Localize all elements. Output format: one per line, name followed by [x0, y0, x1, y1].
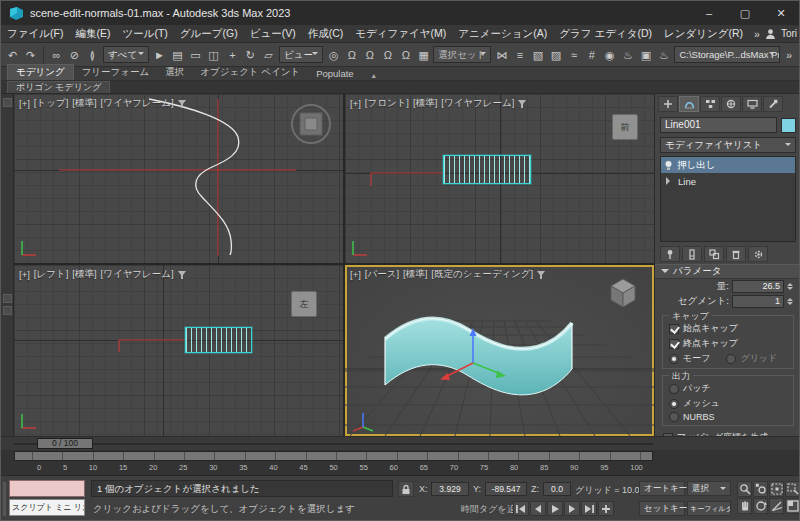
curve-editor-button[interactable]: ≈	[565, 45, 582, 65]
amount-spinner[interactable]	[787, 283, 793, 290]
viewport-style-menu[interactable]: [標準]	[403, 268, 427, 281]
ribbon-tab-selection[interactable]: 選択	[157, 65, 192, 80]
named-selection-set-dropdown[interactable]: 選択セット	[433, 46, 491, 63]
previous-frame-button[interactable]	[530, 501, 546, 516]
ribbon-panel-polygon-modeling[interactable]: ポリゴン モデリング	[7, 81, 110, 93]
next-frame-button[interactable]	[564, 501, 580, 516]
signed-in-user[interactable]: Tori iPentec	[781, 28, 800, 39]
cap-start-checkbox[interactable]	[669, 324, 679, 334]
amount-field[interactable]: 26.5	[732, 280, 784, 293]
pin-stack-button[interactable]	[660, 246, 680, 262]
set-key-mode-button[interactable]	[598, 501, 614, 516]
menu-item[interactable]: レンダリング(R)	[658, 27, 749, 41]
pan-icon[interactable]	[737, 498, 752, 514]
go-to-start-button[interactable]	[513, 501, 529, 516]
menu-item[interactable]: グラフ エディタ(D)	[553, 27, 658, 41]
object-color-swatch[interactable]	[781, 118, 796, 133]
select-by-name-button[interactable]: ▤	[169, 45, 186, 65]
reference-coordinate-dropdown[interactable]: ビュー	[279, 46, 323, 63]
selection-filter-dropdown[interactable]: すべて	[103, 46, 149, 63]
select-and-rotate-button[interactable]: ↻	[242, 45, 259, 65]
z-coordinate-field[interactable]: 0.0	[543, 482, 571, 496]
set-key-button[interactable]: セットキー	[639, 501, 685, 516]
viewport-top[interactable]: [+] [トップ] [標準] [ワイヤフレーム]	[14, 94, 343, 263]
select-and-scale-button[interactable]: ▱	[260, 45, 277, 65]
viewport-general-menu[interactable]: [+]	[350, 269, 361, 280]
tab-modify[interactable]	[679, 96, 699, 112]
per-view-filter-icon[interactable]	[178, 100, 186, 108]
per-view-filter-icon[interactable]	[537, 271, 545, 279]
tab-motion[interactable]	[721, 96, 741, 112]
menu-overflow-button[interactable]: »	[749, 28, 765, 40]
select-and-link-button[interactable]: ∞	[48, 45, 65, 65]
angle-snap-button[interactable]: Ω	[361, 45, 378, 65]
viewcube[interactable]	[289, 102, 333, 146]
segments-field[interactable]: 1	[732, 295, 784, 308]
extruded-shape-front[interactable]	[443, 155, 531, 184]
orbit-icon[interactable]	[753, 498, 768, 514]
rendered-frame-button[interactable]: ▣	[637, 45, 654, 65]
viewport-perspective-active[interactable]: [+] [パース] [標準] [既定のシェーディング]	[345, 265, 654, 436]
per-view-filter-icon[interactable]	[518, 100, 526, 108]
menu-item[interactable]: ビュー(V)	[244, 27, 302, 41]
go-to-end-button[interactable]	[581, 501, 597, 516]
ribbon-tab-freeform[interactable]: フリーフォーム	[74, 65, 158, 80]
align-button[interactable]: ≡	[511, 45, 528, 65]
bind-to-space-warp-button[interactable]: ≬	[84, 45, 101, 65]
viewport-pov-menu[interactable]: [パース]	[365, 268, 399, 281]
viewport-general-menu[interactable]: [+]	[19, 269, 30, 280]
show-end-result-button[interactable]	[682, 246, 702, 262]
render-button[interactable]: ♨	[655, 45, 672, 65]
tab-display[interactable]	[742, 96, 762, 112]
object-name-field[interactable]: Line001	[660, 117, 777, 133]
viewport-style-menu[interactable]: [標準]	[413, 97, 437, 110]
zoom-region-icon[interactable]	[785, 481, 800, 497]
ribbon-tab-populate[interactable]: Populate	[308, 67, 362, 80]
select-and-move-button[interactable]: +	[224, 45, 241, 65]
menu-item[interactable]: ファイル(F)	[1, 27, 69, 41]
menu-item[interactable]: 作成(C)	[302, 27, 350, 41]
use-pivot-center-button[interactable]: ◎	[325, 45, 342, 65]
extruded-shape-left[interactable]	[185, 327, 252, 353]
key-selected-dropdown[interactable]: 選択	[687, 481, 731, 496]
play-button[interactable]	[547, 501, 563, 516]
layer-explorer-button[interactable]: ▨	[547, 45, 564, 65]
window-crossing-button[interactable]: ◫	[205, 45, 222, 65]
viewport-shading-menu[interactable]: [既定のシェーディング]	[431, 268, 533, 281]
field-of-view-icon[interactable]	[769, 498, 784, 514]
x-coordinate-field[interactable]: 3.929	[431, 482, 469, 496]
nurbs-radio[interactable]	[669, 412, 679, 422]
viewport-left[interactable]: 左 [+] [レフト] [標準] [ワイヤフレーム]	[14, 265, 343, 436]
select-object-button[interactable]: ►	[151, 45, 168, 65]
viewport-front[interactable]: 前 [+] [フロント] [標準] [ワイヤフレーム]	[345, 94, 654, 263]
track-bar-ticks[interactable]	[14, 451, 653, 461]
y-coordinate-field[interactable]: -89.547	[485, 482, 527, 496]
menu-item[interactable]: アニメーション(A)	[452, 27, 553, 41]
time-slider-track[interactable]	[14, 443, 653, 445]
render-setup-button[interactable]: ♨	[619, 45, 636, 65]
tab-hierarchy[interactable]	[700, 96, 720, 112]
tab-utilities[interactable]	[763, 96, 783, 112]
morph-radio[interactable]	[669, 354, 679, 364]
maximize-button[interactable]: ▢	[727, 1, 763, 25]
parameters-rollout-header[interactable]: パラメータ	[655, 264, 800, 279]
segments-spinner[interactable]	[787, 298, 793, 305]
project-folder-dropdown[interactable]: C:\Storage\P...dsMax Project	[674, 46, 779, 63]
cap-end-checkbox[interactable]	[669, 339, 679, 349]
modifier-stack-item-line[interactable]: Line	[661, 173, 795, 189]
zoom-icon[interactable]	[737, 481, 752, 497]
viewport-layout-tab-icon[interactable]	[3, 294, 12, 303]
viewport-pov-menu[interactable]: [レフト]	[34, 268, 68, 281]
mirror-button[interactable]: ⋈	[493, 45, 510, 65]
material-editor-button[interactable]: ◉	[601, 45, 618, 65]
viewport-style-menu[interactable]: [標準]	[72, 97, 96, 110]
make-unique-button[interactable]	[704, 246, 724, 262]
selection-region-button[interactable]: ▭	[187, 45, 204, 65]
modifier-stack-item-extrude[interactable]: 押し出し	[661, 157, 795, 173]
maximize-viewport-icon[interactable]	[785, 498, 800, 514]
configure-modifier-sets-button[interactable]	[748, 246, 768, 262]
viewcube[interactable]	[602, 273, 644, 313]
undo-button[interactable]: ↶	[4, 45, 21, 65]
viewport-general-menu[interactable]: [+]	[350, 98, 361, 109]
spinner-snap-button[interactable]: Ω	[397, 45, 414, 65]
